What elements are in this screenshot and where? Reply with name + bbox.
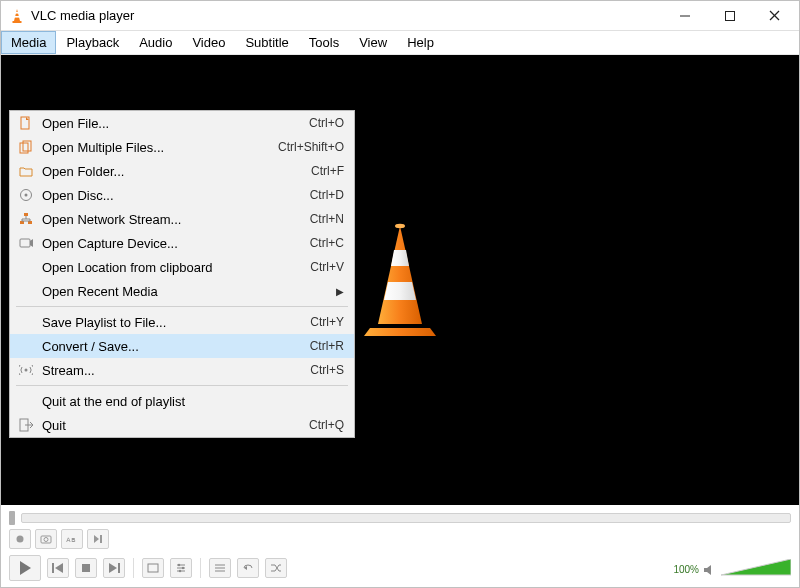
menu-item-label: Open Network Stream... bbox=[36, 212, 294, 227]
svg-marker-34 bbox=[20, 561, 31, 575]
exit-icon bbox=[16, 418, 36, 432]
volume-slider[interactable] bbox=[721, 559, 791, 577]
file-icon bbox=[16, 116, 36, 130]
menu-help[interactable]: Help bbox=[397, 31, 444, 54]
svg-rect-5 bbox=[725, 11, 734, 20]
menu-item-shortcut: Ctrl+Q bbox=[293, 418, 344, 432]
app-window: VLC media player MediaPlaybackAudioVideo… bbox=[0, 0, 800, 588]
menu-playback[interactable]: Playback bbox=[56, 31, 129, 54]
seek-knob[interactable] bbox=[9, 511, 15, 525]
menu-item-shortcut: Ctrl+D bbox=[294, 188, 344, 202]
menu-item-label: Open Disc... bbox=[36, 188, 294, 203]
svg-point-30 bbox=[44, 538, 48, 542]
secondary-toolbar: ᴀʙ bbox=[1, 527, 799, 551]
menu-view[interactable]: View bbox=[349, 31, 397, 54]
media-menu-save-playlist-to-file[interactable]: Save Playlist to File...Ctrl+Y bbox=[10, 310, 354, 334]
menu-media[interactable]: Media bbox=[1, 31, 56, 54]
svg-point-46 bbox=[179, 570, 181, 572]
frame-step-button[interactable] bbox=[87, 529, 109, 549]
loop-button[interactable] bbox=[237, 558, 259, 578]
svg-rect-40 bbox=[148, 564, 158, 572]
mute-icon[interactable] bbox=[703, 563, 717, 577]
media-menu-convert-save[interactable]: Convert / Save...Ctrl+R bbox=[10, 334, 354, 358]
menu-item-label: Open Location from clipboard bbox=[36, 260, 294, 275]
menu-item-label: Stream... bbox=[36, 363, 294, 378]
atob-loop-button[interactable]: ᴀʙ bbox=[61, 529, 83, 549]
vlc-cone-logo bbox=[350, 220, 450, 340]
previous-button[interactable] bbox=[47, 558, 69, 578]
window-title: VLC media player bbox=[31, 8, 662, 23]
record-button[interactable] bbox=[9, 529, 31, 549]
window-buttons bbox=[662, 2, 797, 30]
menu-item-shortcut: Ctrl+R bbox=[294, 339, 344, 353]
folder-icon bbox=[16, 164, 36, 178]
menu-item-shortcut: Ctrl+F bbox=[295, 164, 344, 178]
media-menu-open-location-from-clipboard[interactable]: Open Location from clipboardCtrl+V bbox=[10, 255, 354, 279]
snapshot-button[interactable] bbox=[35, 529, 57, 549]
capture-icon bbox=[16, 236, 36, 250]
media-menu-quit[interactable]: QuitCtrl+Q bbox=[10, 413, 354, 437]
menubar: MediaPlaybackAudioVideoSubtitleToolsView… bbox=[1, 31, 799, 55]
network-icon bbox=[16, 212, 36, 226]
svg-rect-23 bbox=[20, 239, 30, 247]
seek-track[interactable] bbox=[21, 513, 791, 523]
play-button[interactable] bbox=[9, 555, 41, 581]
video-area[interactable]: Open File...Ctrl+OOpen Multiple Files...… bbox=[1, 55, 799, 505]
media-menu-open-file[interactable]: Open File...Ctrl+O bbox=[10, 111, 354, 135]
svg-point-44 bbox=[178, 564, 180, 566]
files-icon bbox=[16, 140, 36, 154]
menu-separator bbox=[16, 385, 348, 386]
svg-rect-39 bbox=[118, 563, 120, 573]
fullscreen-button[interactable] bbox=[142, 558, 164, 578]
media-menu-open-disc[interactable]: Open Disc...Ctrl+D bbox=[10, 183, 354, 207]
menu-video[interactable]: Video bbox=[182, 31, 235, 54]
menu-item-label: Save Playlist to File... bbox=[36, 315, 294, 330]
media-menu-open-folder[interactable]: Open Folder...Ctrl+F bbox=[10, 159, 354, 183]
svg-marker-51 bbox=[704, 565, 711, 575]
svg-rect-15 bbox=[24, 213, 28, 216]
svg-marker-36 bbox=[55, 563, 63, 573]
main-toolbar: 100% bbox=[1, 551, 799, 587]
svg-point-14 bbox=[25, 194, 28, 197]
svg-rect-33 bbox=[100, 535, 102, 543]
svg-rect-1 bbox=[15, 12, 20, 14]
svg-rect-35 bbox=[52, 563, 54, 573]
svg-rect-2 bbox=[14, 16, 20, 18]
svg-point-25 bbox=[25, 369, 28, 372]
maximize-button[interactable] bbox=[707, 2, 752, 30]
stop-button[interactable] bbox=[75, 558, 97, 578]
menu-item-shortcut: Ctrl+C bbox=[294, 236, 344, 250]
menu-item-label: Open Capture Device... bbox=[36, 236, 294, 251]
menu-item-shortcut: Ctrl+N bbox=[294, 212, 344, 226]
close-button[interactable] bbox=[752, 2, 797, 30]
minimize-button[interactable] bbox=[662, 2, 707, 30]
menu-item-shortcut: Ctrl+S bbox=[294, 363, 344, 377]
media-menu-open-recent-media[interactable]: Open Recent Media▶ bbox=[10, 279, 354, 303]
playlist-button[interactable] bbox=[209, 558, 231, 578]
toolbar-separator bbox=[133, 558, 134, 578]
media-menu-open-capture-device[interactable]: Open Capture Device...Ctrl+C bbox=[10, 231, 354, 255]
media-menu-open-multiple-files[interactable]: Open Multiple Files...Ctrl+Shift+O bbox=[10, 135, 354, 159]
shuffle-button[interactable] bbox=[265, 558, 287, 578]
menu-item-shortcut: Ctrl+V bbox=[294, 260, 344, 274]
extended-settings-button[interactable] bbox=[170, 558, 192, 578]
svg-marker-38 bbox=[109, 563, 117, 573]
next-button[interactable] bbox=[103, 558, 125, 578]
menu-item-label: Open Multiple Files... bbox=[36, 140, 262, 155]
stream-icon bbox=[16, 363, 36, 377]
svg-point-28 bbox=[17, 536, 24, 543]
menu-item-label: Quit bbox=[36, 418, 293, 433]
volume-control: 100% bbox=[673, 559, 791, 577]
menu-item-shortcut: Ctrl+O bbox=[293, 116, 344, 130]
media-menu-open-network-stream[interactable]: Open Network Stream...Ctrl+N bbox=[10, 207, 354, 231]
menu-item-shortcut: Ctrl+Shift+O bbox=[262, 140, 344, 154]
menu-subtitle[interactable]: Subtitle bbox=[235, 31, 298, 54]
menu-audio[interactable]: Audio bbox=[129, 31, 182, 54]
menu-item-label: Open Recent Media bbox=[36, 284, 336, 299]
toolbar-separator bbox=[200, 558, 201, 578]
media-menu-quit-at-the-end-of-playlist[interactable]: Quit at the end of playlist bbox=[10, 389, 354, 413]
svg-rect-37 bbox=[82, 564, 90, 572]
disc-icon bbox=[16, 188, 36, 202]
menu-tools[interactable]: Tools bbox=[299, 31, 349, 54]
media-menu-stream[interactable]: Stream...Ctrl+S bbox=[10, 358, 354, 382]
